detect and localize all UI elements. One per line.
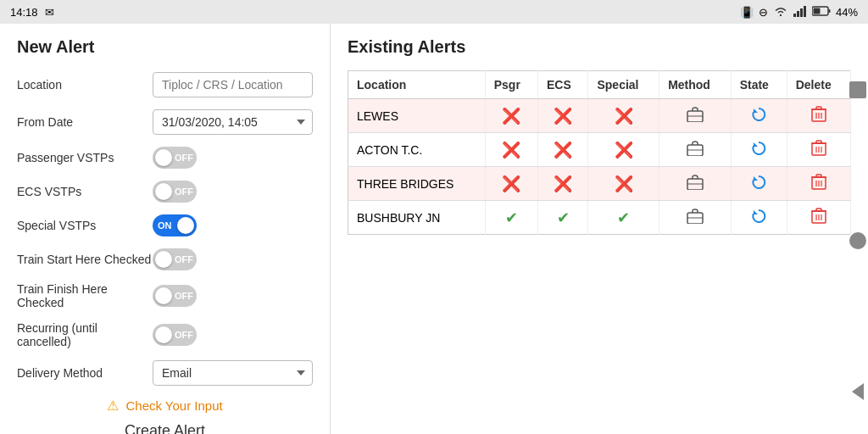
- train-start-knob: [155, 251, 172, 268]
- delivery-method-control: Email SMS Push: [153, 360, 313, 386]
- psgr-x-icon: ❌: [502, 175, 520, 192]
- warning-icon: ⚠: [107, 398, 119, 413]
- recurring-label: Recurring (until cancelled): [17, 321, 153, 348]
- delete-icon[interactable]: [811, 174, 826, 191]
- cell-special: ❌: [588, 133, 659, 167]
- col-header-delete: Delete: [787, 71, 850, 99]
- refresh-icon[interactable]: [750, 174, 767, 191]
- location-control: [153, 72, 313, 97]
- svg-marker-18: [754, 142, 758, 147]
- battery-percent: 44%: [836, 6, 858, 19]
- delivery-method-label: Delivery Method: [17, 366, 153, 380]
- edge-circle: [849, 232, 866, 249]
- ecs-x-icon: ❌: [554, 175, 572, 192]
- delete-icon[interactable]: [811, 208, 826, 225]
- vibrate-icon: 📳: [740, 6, 754, 19]
- cell-psgr: ✔: [485, 201, 537, 235]
- edge-arrow[interactable]: [852, 383, 864, 400]
- create-alert-row: Create Alert: [17, 422, 313, 434]
- cell-location: LEWES: [348, 99, 486, 133]
- special-vstps-control: ON: [153, 214, 313, 236]
- special-vstps-label: Special VSTPs: [17, 219, 153, 232]
- cell-state[interactable]: [731, 133, 787, 167]
- table-row: LEWES ❌ ❌ ❌: [348, 99, 851, 133]
- svg-rect-1: [797, 11, 799, 17]
- passenger-vstps-knob: [155, 149, 172, 166]
- col-header-special: Special: [588, 71, 659, 99]
- refresh-icon[interactable]: [750, 106, 767, 123]
- col-header-psgr: Psgr: [485, 71, 537, 99]
- ecs-x-icon: ❌: [554, 142, 572, 159]
- psgr-x-icon: ❌: [502, 142, 520, 159]
- left-panel: New Alert Location From Date 31/03/2020,…: [0, 24, 331, 434]
- svg-rect-21: [816, 141, 821, 143]
- svg-rect-3: [804, 6, 806, 17]
- table-row: BUSHBURY JN ✔ ✔ ✔: [348, 201, 851, 235]
- special-x-icon: ❌: [615, 108, 633, 125]
- briefcase-icon: [687, 107, 704, 122]
- new-alert-title: New Alert: [17, 37, 313, 57]
- from-date-control: 31/03/2020, 14:05: [153, 109, 313, 135]
- cell-method: [659, 133, 732, 167]
- wifi-icon: [773, 5, 788, 19]
- refresh-icon[interactable]: [750, 140, 767, 157]
- recurring-row: Recurring (until cancelled) OFF: [17, 321, 313, 348]
- cell-psgr: ❌: [485, 167, 537, 201]
- recurring-control: OFF: [153, 324, 313, 346]
- cell-ecs: ✔: [537, 201, 587, 235]
- gmail-icon: ✉: [45, 6, 54, 19]
- passenger-vstps-row: Passenger VSTPs OFF: [17, 147, 313, 169]
- ecs-vstps-control: OFF: [153, 181, 313, 203]
- special-vstps-toggle[interactable]: ON: [153, 214, 197, 236]
- special-x-icon: ❌: [615, 142, 633, 159]
- ecs-vstps-row: ECS VSTPs OFF: [17, 181, 313, 203]
- existing-alerts-title: Existing Alerts: [348, 37, 851, 57]
- ecs-vstps-label: ECS VSTPs: [17, 185, 153, 198]
- briefcase-icon: [687, 209, 704, 224]
- cell-method: [659, 99, 732, 133]
- refresh-icon[interactable]: [750, 208, 767, 225]
- table-row: ACTON T.C. ❌ ❌ ❌: [348, 133, 851, 167]
- cell-state[interactable]: [731, 99, 787, 133]
- recurring-knob: [155, 326, 172, 343]
- cell-ecs: ❌: [537, 167, 587, 201]
- signal-icon: [793, 5, 807, 19]
- create-alert-button[interactable]: Create Alert: [125, 422, 205, 434]
- special-vstps-knob: [177, 217, 194, 234]
- cell-delete[interactable]: [787, 167, 850, 201]
- main-container: New Alert Location From Date 31/03/2020,…: [0, 24, 868, 434]
- cell-delete[interactable]: [787, 99, 850, 133]
- cell-state[interactable]: [731, 201, 787, 235]
- briefcase-icon: [687, 175, 704, 190]
- train-finish-toggle-label: OFF: [175, 291, 193, 301]
- train-start-toggle[interactable]: OFF: [153, 248, 197, 270]
- warning-text: Check Your Input: [125, 398, 222, 413]
- svg-rect-30: [816, 175, 821, 177]
- location-input[interactable]: [153, 72, 313, 97]
- cell-delete[interactable]: [787, 133, 850, 167]
- cell-delete[interactable]: [787, 201, 850, 235]
- recurring-toggle[interactable]: OFF: [153, 324, 197, 346]
- passenger-vstps-control: OFF: [153, 147, 313, 169]
- ecs-vstps-knob: [155, 183, 172, 200]
- delete-icon[interactable]: [811, 106, 826, 123]
- col-header-method: Method: [659, 71, 732, 99]
- svg-marker-9: [754, 108, 758, 113]
- train-finish-row: Train Finish Here Checked OFF: [17, 282, 313, 309]
- cell-state[interactable]: [731, 167, 787, 201]
- special-vstps-row: Special VSTPs ON: [17, 214, 313, 236]
- from-date-label: From Date: [17, 115, 153, 129]
- train-finish-knob: [155, 287, 172, 304]
- from-date-select[interactable]: 31/03/2020, 14:05: [153, 109, 313, 135]
- passenger-vstps-toggle[interactable]: OFF: [153, 147, 197, 169]
- delete-icon[interactable]: [811, 140, 826, 157]
- ecs-vstps-toggle[interactable]: OFF: [153, 181, 197, 203]
- ecs-vstps-toggle-label: OFF: [175, 186, 193, 197]
- train-finish-toggle[interactable]: OFF: [153, 285, 197, 307]
- train-start-label: Train Start Here Checked: [17, 253, 153, 266]
- cell-special: ❌: [588, 167, 659, 201]
- edge-button-top[interactable]: [849, 81, 866, 98]
- cell-ecs: ❌: [537, 133, 587, 167]
- special-vstps-toggle-label: ON: [158, 220, 172, 231]
- delivery-method-select[interactable]: Email SMS Push: [153, 360, 313, 386]
